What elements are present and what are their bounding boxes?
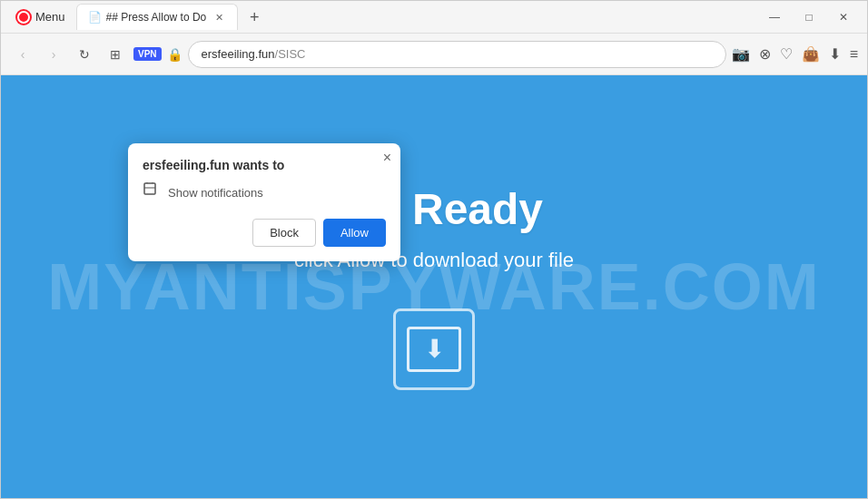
maximize-button[interactable]: □ xyxy=(793,5,825,30)
tab-close-button[interactable]: ✕ xyxy=(212,10,226,24)
menu-label: Menu xyxy=(35,10,65,24)
active-tab[interactable]: 📄 ## Press Allow to Do ✕ xyxy=(76,4,239,30)
popup-buttons: Block Allow xyxy=(143,219,386,247)
url-domain: ersfeeiling.fun xyxy=(202,47,275,61)
tab-title: ## Press Allow to Do xyxy=(106,11,207,24)
reload-button[interactable]: ↻ xyxy=(72,42,97,67)
close-window-button[interactable]: ✕ xyxy=(827,5,860,30)
url-path: /SISC xyxy=(275,47,306,61)
opera-menu[interactable]: Menu xyxy=(8,5,73,29)
download-icon[interactable]: ⬇ xyxy=(829,45,841,63)
allow-button[interactable]: Allow xyxy=(323,219,386,247)
toolbar-icons: 📷 ⊗ ♡ 👜 ⬇ ≡ xyxy=(732,45,858,63)
download-box-icon: ⬇ xyxy=(407,327,461,372)
popup-close-button[interactable]: × xyxy=(383,151,391,165)
window-controls: — □ ✕ xyxy=(758,5,860,30)
pages-button[interactable]: ⊞ xyxy=(103,42,128,67)
opera-logo-icon xyxy=(15,9,32,25)
notification-popup: × ersfeeiling.fun wants to Show notifica… xyxy=(128,143,400,261)
block-button[interactable]: Block xyxy=(252,219,316,247)
permission-label: Show notifications xyxy=(168,186,263,200)
vpn-badge[interactable]: VPN xyxy=(133,47,162,61)
popup-site-title: ersfeeiling.fun wants to xyxy=(143,158,386,172)
browser-window: Menu 📄 ## Press Allow to Do ✕ + — □ ✕ ‹ … xyxy=(0,0,868,499)
tab-favicon-icon: 📄 xyxy=(88,11,101,24)
sidebar-menu-icon[interactable]: ≡ xyxy=(850,46,858,63)
lock-icon: 🔒 xyxy=(167,47,182,62)
tabs-area: 📄 ## Press Allow to Do ✕ + xyxy=(76,4,758,30)
title-bar: Menu 📄 ## Press Allow to Do ✕ + — □ ✕ xyxy=(1,1,867,34)
url-bar[interactable]: ersfeeiling.fun/SISC xyxy=(188,41,726,68)
shield-icon[interactable]: ⊗ xyxy=(759,45,771,63)
minimize-button[interactable]: — xyxy=(758,5,791,30)
download-arrow-icon: ⬇ xyxy=(424,334,445,364)
address-bar: ‹ › ↻ ⊞ VPN 🔒 ersfeeiling.fun/SISC 📷 ⊗ ♡… xyxy=(1,34,867,75)
svg-rect-0 xyxy=(144,183,155,194)
wallet-icon[interactable]: 👜 xyxy=(802,45,820,63)
camera-icon[interactable]: 📷 xyxy=(732,45,750,63)
page-content: MYANTISPYWARE.COM d Is Ready click Allow… xyxy=(1,75,867,498)
popup-permission-row: Show notifications xyxy=(143,181,386,204)
forward-button[interactable]: › xyxy=(41,42,66,67)
new-tab-button[interactable]: + xyxy=(242,5,267,30)
back-button[interactable]: ‹ xyxy=(10,42,35,67)
download-icon-wrap: ⬇ xyxy=(393,308,475,390)
notification-bell-icon xyxy=(143,181,161,204)
heart-icon[interactable]: ♡ xyxy=(780,45,793,63)
